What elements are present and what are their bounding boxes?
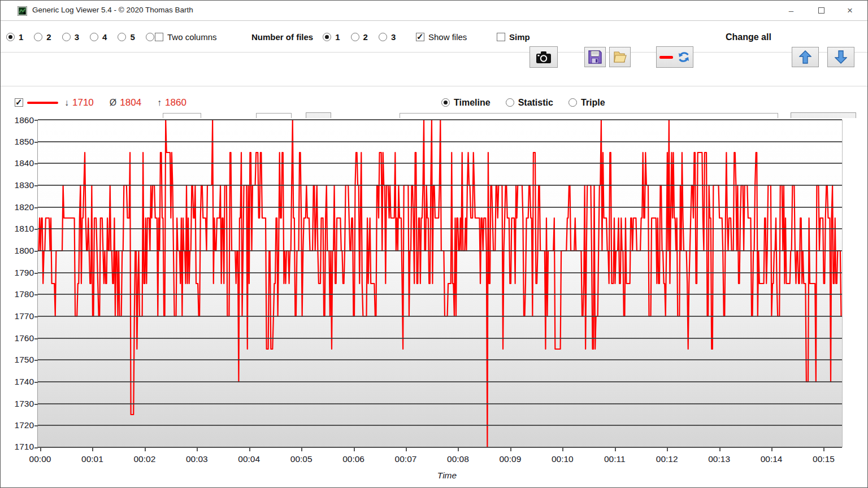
radio-charts-2[interactable] — [34, 33, 42, 41]
gridline — [38, 141, 842, 142]
maximize-icon — [818, 7, 824, 14]
show-files-label: Show files — [428, 32, 467, 42]
x-tick-label: 00:11 — [604, 454, 626, 464]
average-icon: Ø — [110, 98, 116, 108]
simple-checkbox[interactable] — [497, 33, 505, 41]
y-tick-label: 1770 — [15, 311, 34, 321]
radio-files-3[interactable] — [379, 33, 387, 41]
app-window: Generic Log Viewer 5.4 - © 2020 Thomas B… — [0, 0, 868, 488]
x-tick-label: 00:09 — [499, 454, 521, 464]
radio-files-1-label: 1 — [335, 32, 340, 42]
y-tick-label: 1850 — [15, 137, 34, 147]
x-tick-mark — [301, 447, 302, 451]
radio-files-1[interactable] — [323, 33, 331, 41]
x-tick-label: 00:07 — [395, 454, 417, 464]
x-tick-mark — [823, 447, 824, 451]
y-tick-mark — [34, 207, 38, 208]
change-all-label: Change all — [726, 32, 771, 42]
y-tick-label: 1710 — [15, 442, 34, 452]
series-enabled-checkbox[interactable] — [15, 98, 23, 107]
radio-statistic-label: Statistic — [518, 98, 553, 108]
y-tick-label: 1790 — [15, 268, 34, 278]
x-tick-mark — [458, 447, 459, 451]
two-columns-option: Two columns — [155, 21, 217, 53]
y-tick-mark — [34, 251, 38, 252]
radio-files-3-label: 3 — [391, 32, 396, 42]
radio-statistic[interactable] — [506, 98, 514, 107]
x-tick-label: 00:01 — [81, 454, 103, 464]
main-toolbar: 1 2 3 4 5 6 Two columns Number of files … — [1, 21, 867, 53]
x-tick-mark — [771, 447, 772, 451]
gridline — [38, 228, 842, 229]
two-columns-checkbox[interactable] — [155, 33, 163, 41]
radio-charts-3[interactable] — [62, 33, 71, 41]
gridline — [38, 272, 842, 273]
gridline — [38, 250, 842, 251]
show-files-checkbox[interactable] — [416, 33, 424, 41]
minimize-icon: – — [789, 6, 793, 15]
y-tick-label: 1740 — [15, 377, 34, 387]
x-tick-mark — [510, 447, 511, 451]
x-tick-label: 00:05 — [290, 454, 313, 464]
radio-charts-1[interactable] — [6, 33, 15, 41]
gridline — [38, 425, 842, 426]
y-tick-label: 1840 — [15, 158, 34, 168]
gridline — [38, 207, 842, 208]
radio-timeline-label: Timeline — [454, 98, 491, 108]
number-of-files-label: Number of files — [251, 32, 313, 42]
x-tick-label: 00:08 — [447, 454, 469, 464]
radio-triple[interactable] — [568, 98, 577, 107]
gridline — [38, 294, 842, 295]
radio-charts-1-label: 1 — [19, 32, 23, 42]
y-tick-mark — [34, 142, 38, 143]
y-tick-mark — [34, 163, 38, 164]
y-tick-label: 1780 — [15, 289, 34, 299]
change-all-group: Change all — [726, 21, 771, 53]
radio-triple-label: Triple — [581, 98, 605, 108]
y-tick-label: 1820 — [15, 202, 34, 212]
avg-value: 1804 — [120, 97, 141, 108]
x-tick-mark — [615, 447, 616, 451]
gridline — [38, 163, 842, 164]
radio-charts-5[interactable] — [118, 33, 126, 41]
gridline — [38, 119, 842, 120]
x-tick-mark — [92, 447, 93, 451]
chart-count-radio-group: 1 2 3 4 5 6 — [6, 21, 163, 53]
radio-files-2[interactable] — [351, 33, 359, 41]
y-tick-mark — [34, 316, 38, 317]
radio-charts-6[interactable] — [146, 33, 154, 41]
x-tick-label: 00:00 — [29, 454, 51, 464]
title-bar: Generic Log Viewer 5.4 - © 2020 Thomas B… — [1, 1, 867, 21]
plot-area[interactable] — [37, 120, 843, 447]
y-tick-label: 1730 — [15, 399, 34, 409]
radio-files-2-label: 2 — [363, 32, 368, 42]
x-tick-label: 00:04 — [238, 454, 260, 464]
x-axis-title: Time — [437, 470, 457, 481]
window-title: Generic Log Viewer 5.4 - © 2020 Thomas B… — [32, 6, 193, 14]
radio-charts-4[interactable] — [90, 33, 98, 41]
y-tick-label: 1800 — [15, 246, 34, 256]
gridline — [38, 316, 842, 317]
app-icon — [18, 6, 27, 16]
gridline — [38, 381, 842, 382]
maximize-button[interactable] — [808, 1, 834, 20]
x-tick-label: 00:14 — [761, 454, 783, 464]
x-tick-mark — [40, 447, 41, 451]
x-tick-label: 00:02 — [133, 454, 155, 464]
x-axis: 00:0000:0100:0200:0300:0400:0500:0600:07… — [37, 447, 843, 473]
close-button[interactable]: × — [837, 1, 863, 20]
gridline — [38, 359, 842, 360]
radio-timeline[interactable] — [441, 98, 450, 107]
x-tick-mark — [249, 447, 250, 451]
minimize-button[interactable]: – — [778, 1, 804, 20]
file-row: Start: Duration: Edit File: Open File — [1, 53, 867, 86]
y-tick-label: 1830 — [15, 180, 34, 190]
y-tick-label: 1750 — [15, 355, 34, 365]
y-tick-mark — [34, 273, 38, 274]
gridline — [38, 338, 842, 339]
x-tick-mark — [354, 447, 355, 451]
view-mode-radio-group: Timeline Statistic Triple — [441, 87, 605, 118]
x-tick-mark — [197, 447, 198, 451]
x-tick-mark — [145, 447, 146, 451]
x-tick-mark — [406, 447, 407, 451]
